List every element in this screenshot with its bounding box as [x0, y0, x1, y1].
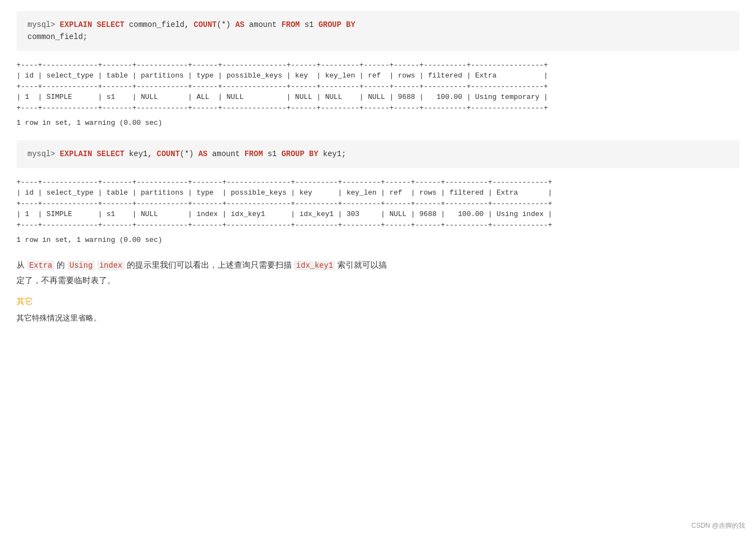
query-text-2: key1, [124, 150, 157, 158]
keyword-group-1: GROUP BY [318, 20, 355, 29]
query-key1-2: key1; [318, 150, 346, 158]
query-amount-2: amount [208, 150, 244, 158]
query-text-1: common_field, [124, 20, 193, 29]
func-count-1: COUNT [194, 20, 217, 29]
code-extra: Extra [27, 261, 54, 270]
query-field-1: common_field; [27, 32, 87, 41]
code-index: index [97, 261, 125, 270]
query-paren-2: (*) [180, 150, 198, 158]
code-block-1: mysql> EXPLAIN SELECT common_field, COUN… [16, 11, 740, 51]
keyword-group-2: GROUP BY [281, 150, 318, 158]
result-line-1: 1 row in set, 1 warning (0.00 sec) [16, 119, 740, 127]
section-header-other: 其它 [16, 296, 740, 307]
mysql-prompt-1: mysql> [27, 20, 55, 29]
table-1: +----+-------------+-------+------------… [16, 60, 740, 114]
keyword-as-1: AS [235, 20, 244, 29]
keyword-select-1: SELECT [97, 20, 124, 29]
keyword-select-2: SELECT [97, 150, 124, 158]
mysql-prompt-2: mysql> [27, 150, 55, 158]
code-block-2: mysql> EXPLAIN SELECT key1, COUNT(*) AS … [16, 140, 740, 168]
result-line-2: 1 row in set, 1 warning (0.00 sec) [16, 236, 740, 244]
code-idx-key1: idx_key1 [294, 261, 335, 270]
keyword-from-1: FROM [281, 20, 300, 29]
func-count-2: COUNT [157, 150, 180, 158]
query-paren-1: (*) [217, 20, 236, 29]
keyword-as-2: AS [198, 150, 208, 158]
query-amount-1: amount [244, 20, 281, 29]
description-paragraph: 从 Extra 的 Using index 的提示里我们可以看出，上述查询只需要… [16, 257, 740, 288]
query-table-2: s1 [263, 150, 282, 158]
page-footer: CSDN @赤脚的我 [691, 521, 745, 531]
keyword-from-2: FROM [244, 150, 263, 158]
table-2: +----+-------------+-------+------------… [16, 177, 740, 231]
keyword-explain-2: EXPLAIN [60, 150, 97, 158]
query-table-1: s1 [300, 20, 319, 29]
code-using: Using [68, 261, 95, 270]
keyword-explain-1: EXPLAIN [60, 20, 97, 29]
footer-paragraph: 其它特殊情况这里省略。 [16, 313, 740, 323]
